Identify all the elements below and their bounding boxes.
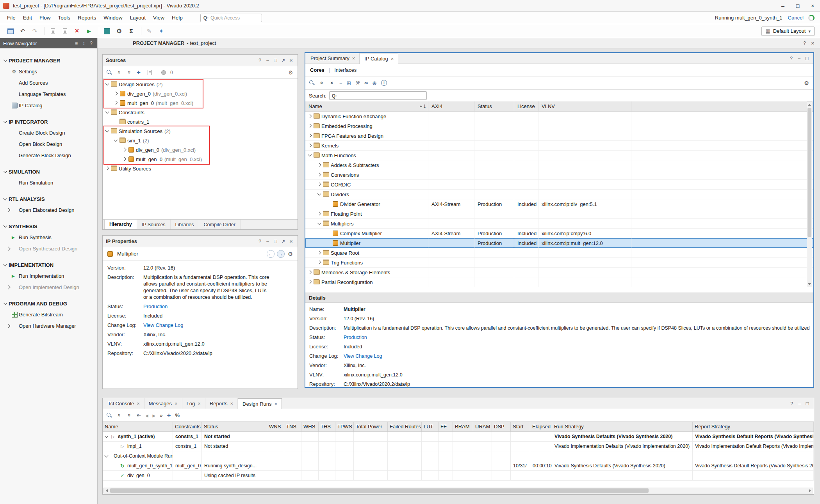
scrollbar-thumb[interactable]	[808, 108, 811, 237]
flow-nav-entry[interactable]: PROJECT MANAGER	[0, 55, 97, 66]
flow-nav-entry[interactable]: Open Elaborated Design	[0, 204, 97, 216]
bottom-panel-tab[interactable]: Tcl Console	[103, 398, 144, 409]
tree-chevron-icon[interactable]	[317, 182, 322, 187]
column-header[interactable]: AXI4	[428, 101, 474, 111]
minimize-icon[interactable]	[796, 400, 803, 407]
close-tab-icon[interactable]	[272, 401, 278, 407]
link-icon[interactable]	[364, 80, 368, 86]
design-run-row[interactable]: Out-of-Context Module Runs	[103, 451, 814, 461]
maximize-icon[interactable]	[272, 57, 279, 64]
tree-chevron-icon[interactable]	[317, 221, 322, 226]
previous-icon[interactable]	[267, 250, 275, 258]
design-run-row[interactable]: impl_1 constrs_1 Not started	[103, 442, 814, 451]
settings-gear-icon[interactable]	[287, 69, 294, 76]
help-icon[interactable]	[88, 40, 94, 47]
layout-selector[interactable]: Default Layout	[761, 27, 815, 36]
tree-chevron-icon[interactable]	[114, 119, 118, 124]
group-view-icon[interactable]	[347, 80, 351, 86]
tree-chevron-icon[interactable]	[326, 231, 331, 236]
source-tree-row[interactable]: Constraints	[103, 108, 298, 117]
tree-chevron-icon[interactable]	[114, 444, 118, 449]
tree-chevron-icon[interactable]	[317, 163, 322, 167]
flow-nav-entry[interactable]: Run Synthesis	[0, 232, 97, 243]
flow-nav-entry[interactable]: RTL ANALYSIS	[0, 193, 97, 204]
sources-view-tab[interactable]: Compile Order	[199, 220, 241, 229]
bottom-panel-tab[interactable]: Log	[182, 398, 205, 409]
menu-item[interactable]: View	[153, 15, 164, 21]
column-header[interactable]: BRAM	[453, 422, 473, 431]
column-header[interactable]: Name	[103, 422, 173, 431]
close-tab-icon[interactable]	[349, 55, 355, 61]
catalog-view-tab[interactable]: Cores	[310, 67, 324, 73]
tree-chevron-icon[interactable]	[308, 133, 312, 138]
reset-run-icon[interactable]	[137, 412, 141, 418]
close-tab-icon[interactable]	[227, 401, 233, 406]
settings-gear-icon[interactable]	[287, 250, 294, 257]
tree-chevron-icon[interactable]	[317, 172, 322, 177]
flow-nav-entry[interactable]: SYNTHESIS	[0, 221, 97, 232]
source-tree-row[interactable]: Utility Sources	[103, 164, 298, 173]
column-header[interactable]: Constraints	[173, 422, 202, 431]
flow-nav-entry[interactable]: Create Block Design	[0, 127, 97, 138]
design-run-row[interactable]: mult_gen_0_synth_1 mult_gen_0 Running sy…	[103, 461, 814, 471]
tree-chevron-icon[interactable]	[308, 270, 312, 275]
web-icon[interactable]	[372, 80, 377, 86]
column-header[interactable]: Elapsed	[530, 422, 552, 431]
menu-item[interactable]: File	[7, 15, 16, 21]
flow-nav-entry[interactable]: Open Synthesized Design	[0, 243, 97, 254]
ip-catalog-row[interactable]: Embedded Processing	[305, 121, 813, 131]
close-icon[interactable]	[809, 40, 816, 46]
minimize-icon[interactable]	[264, 238, 271, 245]
add-sources-icon[interactable]	[137, 69, 141, 76]
column-header[interactable]: Run Strategy	[552, 422, 693, 431]
source-tree-row[interactable]: sim_1 (2)	[103, 136, 298, 145]
maximize-icon[interactable]	[804, 400, 811, 407]
column-header[interactable]: LUT	[422, 422, 439, 431]
collapse-all-icon[interactable]	[116, 69, 122, 76]
help-icon[interactable]	[788, 400, 795, 407]
ip-catalog-row[interactable]: FPGA Features and Design	[305, 131, 813, 141]
undo-icon[interactable]	[18, 27, 28, 36]
file-icon[interactable]	[145, 68, 155, 77]
source-tree-row[interactable]: Design Sources (2)	[103, 80, 298, 89]
tree-chevron-icon[interactable]	[114, 138, 118, 143]
tree-chevron-icon[interactable]	[317, 250, 322, 255]
design-run-row[interactable]: synth_1 (active) constrs_1 Not started	[103, 432, 814, 442]
ip-catalog-row[interactable]: Trig Functions	[305, 258, 813, 268]
tree-chevron-icon[interactable]	[114, 463, 118, 468]
column-header[interactable]: URAM	[473, 422, 492, 431]
tree-chevron-icon[interactable]	[105, 82, 110, 87]
help-icon[interactable]	[788, 55, 795, 62]
close-tab-icon[interactable]	[195, 401, 201, 406]
vertical-scrollbar[interactable]	[807, 101, 812, 287]
search-input[interactable]	[339, 93, 424, 99]
tree-chevron-icon[interactable]	[308, 114, 312, 119]
ip-catalog-row[interactable]: Kernels	[305, 141, 813, 151]
sources-view-tab[interactable]: Libraries	[171, 220, 199, 229]
column-header[interactable]: Total Power	[354, 422, 388, 431]
search-icon[interactable]	[106, 69, 112, 75]
field-value[interactable]: View Change Log	[143, 322, 183, 328]
close-tab-icon[interactable]	[172, 401, 178, 406]
column-header[interactable]: FF	[439, 422, 453, 431]
tree-chevron-icon[interactable]	[308, 124, 312, 128]
run-icon[interactable]	[84, 27, 94, 36]
menu-item[interactable]: Flow	[39, 15, 51, 21]
close-tab-icon[interactable]	[134, 401, 140, 406]
ip-catalog-row[interactable]: Adders & Subtracters	[305, 160, 813, 170]
report-summary-icon[interactable]	[126, 27, 136, 36]
flow-nav-entry[interactable]: Generate Block Design	[0, 150, 97, 161]
source-tree-row[interactable]: constrs_1	[103, 117, 298, 126]
column-header[interactable]: License	[514, 101, 538, 111]
flow-nav-entry[interactable]: Open Implemented Design	[0, 282, 97, 293]
step-forward-icon[interactable]	[160, 412, 162, 418]
scroll-up-icon[interactable]	[807, 102, 812, 107]
flow-nav-entry[interactable]: Open Hardware Manager	[0, 320, 97, 332]
sources-view-tab[interactable]: IP Sources	[137, 220, 171, 229]
edit-icon[interactable]	[144, 27, 154, 36]
close-window-button[interactable]: ×	[805, 0, 820, 11]
help-icon[interactable]	[257, 238, 263, 245]
tree-chevron-icon[interactable]	[114, 91, 118, 96]
menu-item[interactable]: Help	[172, 15, 183, 21]
collapse-all-icon[interactable]	[319, 80, 325, 86]
